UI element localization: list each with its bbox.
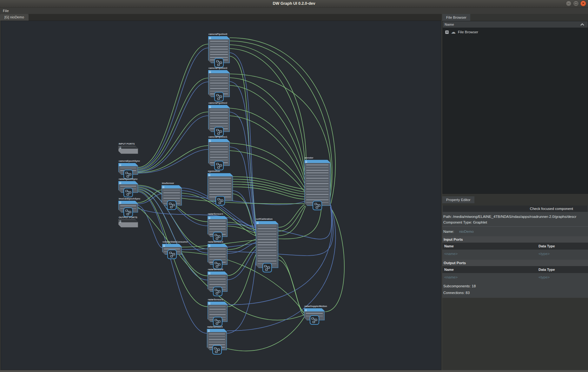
node-cameraPipeline3[interactable]: cameraPipeline3 <box>208 70 230 97</box>
menu-lines-icon <box>305 309 307 311</box>
node-inputPorts[interactable]: INPUT PORTS <box>118 146 138 154</box>
menu-file[interactable]: File <box>0 8 12 14</box>
node-header <box>208 302 227 305</box>
node-header <box>208 216 227 219</box>
node-vehicleStateConsumer[interactable]: vehicleStateConsumer <box>162 244 182 255</box>
node-label: radarSensor1 <box>208 212 223 215</box>
node-header <box>256 221 278 224</box>
file-browser-header[interactable]: Name <box>443 21 588 28</box>
output-ports-row[interactable]: <name> <type> <box>442 273 588 281</box>
subgraph-badge[interactable] <box>214 161 224 170</box>
subgraph-badge[interactable] <box>212 345 222 355</box>
tab-file-browser[interactable]: File Browser <box>442 14 470 21</box>
sort-ascending-icon[interactable] <box>580 23 588 26</box>
output-port-name[interactable]: <name> <box>444 273 458 281</box>
output-port-type[interactable]: <type> <box>538 273 550 281</box>
collapse-icon[interactable] <box>445 30 449 34</box>
node-radarEpochSync[interactable]: radarEpochSync <box>118 181 138 193</box>
subgraph-badge[interactable] <box>213 287 222 296</box>
node-radarSensor2[interactable]: radarSensor2 <box>208 302 228 322</box>
node-outputPorts[interactable]: OUTPUT PORTS <box>118 219 138 227</box>
node-imuSensor[interactable]: imuSensor <box>162 185 182 206</box>
subgraph-icon <box>264 264 270 271</box>
edge-path <box>230 49 305 166</box>
input-port-type[interactable]: <type> <box>538 250 550 258</box>
node-cameraPipeline0[interactable]: cameraPipeline0 <box>208 36 230 63</box>
node-label: vehicleStateConsumer <box>162 240 188 243</box>
subgraph-badge[interactable] <box>213 317 222 326</box>
graph-tab-bar: [G] nioDemo <box>0 14 442 21</box>
subcomponents-count: Subcomponents: 18 <box>443 284 588 288</box>
node-selfCalibration[interactable]: selfCalibration <box>256 221 278 268</box>
node-header <box>208 70 229 73</box>
input-ports-row[interactable]: <name> <type> <box>442 250 588 258</box>
node-label: radarSensor3 <box>208 240 223 243</box>
node-imuCanEpochSync[interactable]: imuCanEpochSync <box>118 201 138 212</box>
node-body[interactable] <box>256 221 278 268</box>
node-radarSensor4[interactable]: radarSensor4 <box>207 329 227 350</box>
subgraph-icon <box>125 209 132 216</box>
menu-lines-icon <box>209 140 211 142</box>
edge-path <box>138 149 208 173</box>
node-arender[interactable]: arender <box>304 160 330 206</box>
node-radarSensor0[interactable]: radarSensor0 <box>208 271 228 292</box>
node-radarSensor1[interactable]: radarSensor1 <box>208 216 228 237</box>
graph-canvas[interactable]: cameraPipeline0cameraPipeline3cameraPipe… <box>1 21 441 370</box>
subgraph-badge[interactable] <box>214 127 224 136</box>
subgraph-badge[interactable] <box>214 92 224 101</box>
subgraph-badge[interactable] <box>167 250 177 259</box>
subgraph-icon <box>214 318 221 325</box>
edge-path <box>138 44 208 167</box>
subgraph-badge[interactable] <box>310 315 319 325</box>
menu-lines-icon <box>208 303 210 305</box>
tree-item-file-browser[interactable]: ☁ File Browser <box>443 28 588 34</box>
maximize-button[interactable] <box>573 1 579 6</box>
node-radarSensor3[interactable]: radarSensor3 <box>208 244 228 265</box>
node-label: radarSensor0 <box>208 268 223 271</box>
node-egomotion[interactable]: egomotion <box>208 173 233 201</box>
subgraph-badge[interactable] <box>123 207 133 217</box>
right-panel: File Browser Name ☁ File Browser Propert… <box>442 14 588 370</box>
subgraph-badge[interactable] <box>123 188 133 197</box>
node-header <box>119 146 138 149</box>
node-label: cameraPipeline2 <box>208 101 227 104</box>
subgraph-icon <box>214 233 221 240</box>
close-button[interactable]: ✕ <box>580 1 586 6</box>
subgraph-badge[interactable] <box>215 196 225 206</box>
minimize-button[interactable]: − <box>566 1 571 6</box>
tab-niodemo[interactable]: [G] nioDemo <box>0 14 29 21</box>
node-label: cameraPipeline1 <box>208 135 227 138</box>
name-value[interactable]: nioDemo <box>459 230 474 233</box>
subgraph-icon <box>214 261 221 268</box>
subgraph-badge[interactable] <box>214 58 224 68</box>
menu-lines-icon <box>209 37 211 39</box>
component-type: Component Type: Graphlet <box>442 220 588 224</box>
file-browser-column-name[interactable]: Name <box>443 23 580 26</box>
input-port-name[interactable]: <name> <box>444 250 458 258</box>
node-body[interactable] <box>118 219 138 227</box>
node-header <box>304 309 324 311</box>
node-body[interactable] <box>304 160 330 206</box>
edge-path <box>182 252 304 313</box>
menu-lines-icon <box>208 330 210 332</box>
node-radarDopplerMotion[interactable]: radarDopplerMotion <box>304 308 325 320</box>
tree-item-label[interactable]: File Browser <box>458 30 478 34</box>
subgraph-badge[interactable] <box>213 232 222 241</box>
output-ports-col-name: Name <box>444 266 454 273</box>
node-cameraPipeline2[interactable]: cameraPipeline2 <box>208 105 230 132</box>
menu-lines-icon <box>257 222 259 224</box>
node-cameraEpochSync[interactable]: cameraEpochSync <box>118 163 138 175</box>
edge-path <box>227 259 256 333</box>
subgraph-badge[interactable] <box>262 263 272 272</box>
tab-property-editor[interactable]: Property Editor <box>442 196 474 203</box>
subgraph-badge[interactable] <box>167 200 176 210</box>
subgraph-icon <box>125 171 132 178</box>
subgraph-icon <box>214 288 221 295</box>
node-label: arender <box>305 156 314 159</box>
check-focused-component-button[interactable]: Check focused component <box>443 206 588 212</box>
node-body[interactable] <box>118 146 138 154</box>
node-cameraPipeline1[interactable]: cameraPipeline1 <box>208 139 230 166</box>
file-browser-panel: Name ☁ File Browser <box>442 21 588 194</box>
maximize-icon <box>575 2 577 5</box>
subgraph-badge[interactable] <box>313 201 322 210</box>
